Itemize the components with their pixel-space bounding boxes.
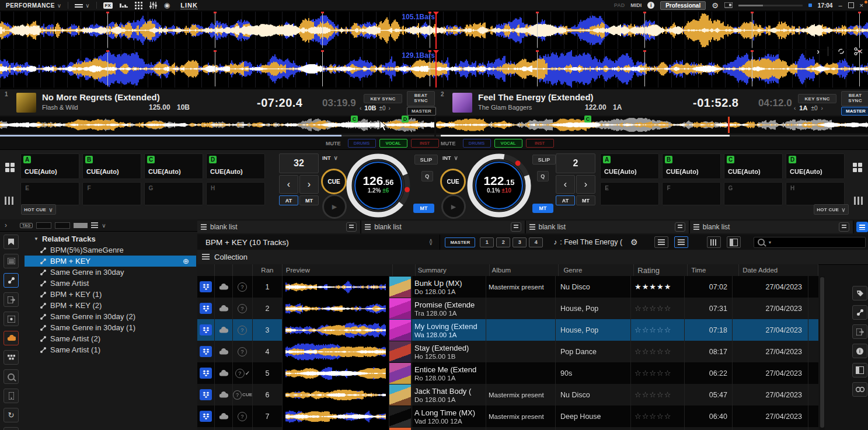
cloud-sync-icon[interactable]: [200, 346, 212, 357]
deck1-slip-button[interactable]: SLIP: [414, 155, 438, 165]
deck2-master-button[interactable]: MASTER: [841, 107, 868, 116]
cue-marker-c[interactable]: C: [351, 116, 358, 123]
col-ran[interactable]: Ran: [253, 264, 283, 276]
key-up-icon[interactable]: ›: [821, 105, 822, 111]
scissors-icon[interactable]: [854, 47, 863, 55]
track-row[interactable]: ? 2 Promise (Extende Tra 128.00 1A House…: [197, 298, 818, 319]
hot-cue-pad-b[interactable]: BCUE(Auto): [662, 153, 721, 179]
deck1-key-offset[interactable]: ±0: [379, 105, 386, 111]
track-row[interactable]: ?✓ 5 Entice Me (Extend Ro 128.00 1A 90s …: [197, 362, 818, 384]
col-cloud[interactable]: [215, 264, 233, 276]
related-panel-icon[interactable]: [852, 305, 867, 320]
playlists-icon[interactable]: [4, 235, 19, 249]
track-rating[interactable]: ☆☆☆☆☆: [631, 362, 685, 384]
stem-inst-button[interactable]: INST: [411, 139, 439, 148]
tree-item-same-artist[interactable]: Same Artist: [25, 278, 196, 289]
bridge-icon[interactable]: [4, 312, 19, 326]
deck2-jump-back-button[interactable]: ‹: [556, 175, 575, 194]
col-genre[interactable]: Genre: [559, 264, 634, 276]
tree-item-bpm-key[interactable]: BPM + KEY ⊕: [25, 256, 196, 267]
browser-panel-toggle[interactable]: [856, 222, 868, 232]
col-status[interactable]: [233, 264, 253, 276]
track-preview-waveform[interactable]: [285, 386, 386, 404]
track-rating[interactable]: ☆☆☆☆☆: [631, 405, 685, 427]
search-options-chevron-icon[interactable]: ▼: [768, 240, 772, 244]
column-view-icon[interactable]: [707, 236, 721, 248]
browser-master-button[interactable]: MASTER: [445, 237, 475, 247]
col-preview[interactable]: Preview: [283, 264, 393, 276]
deck1-hot-cue-selector[interactable]: HOT CUE∨: [21, 204, 56, 215]
col-rating[interactable]: Rating: [634, 264, 688, 276]
deck1-key-shift-value[interactable]: 10B: [364, 104, 376, 111]
deck1-at-button[interactable]: AT: [279, 195, 298, 205]
tag-icon[interactable]: [852, 286, 867, 300]
layout-chevron-icon[interactable]: ∨: [85, 2, 89, 9]
key-down-icon[interactable]: ‹: [360, 105, 361, 111]
cloud-sync-icon[interactable]: [200, 368, 212, 379]
sync-history-icon[interactable]: ↻: [4, 408, 19, 422]
track-rating[interactable]: ★★★★★: [631, 276, 685, 298]
deck2-jump-fwd-button[interactable]: ›: [576, 175, 595, 194]
tree-item-bpm-5-samegenre[interactable]: BPM(5%)SameGenre: [25, 244, 196, 256]
track-rating[interactable]: ☆☆☆☆☆: [631, 384, 685, 405]
track-row[interactable]: ?CUE 6 Jack That Body ( Do 128.00 1A Mas…: [197, 384, 818, 405]
midi-button[interactable]: MIDI: [630, 2, 642, 8]
settings-gear-icon[interactable]: ⚙: [712, 1, 719, 10]
deck1-int-selector[interactable]: INT∨: [322, 155, 338, 161]
deck1-quantize-button[interactable]: Q: [421, 171, 433, 181]
record-icon[interactable]: ◉: [164, 1, 170, 9]
pad-button[interactable]: PAD: [614, 2, 625, 8]
hot-cue-pad-c[interactable]: CCUE(Auto): [144, 153, 203, 179]
collection-list-icon[interactable]: [4, 254, 19, 268]
cloud-sync-icon[interactable]: [200, 303, 212, 314]
deck2-key-offset[interactable]: ±0: [811, 105, 817, 111]
export-playlist-icon[interactable]: [4, 292, 19, 307]
deck-load-button-4[interactable]: 4: [529, 237, 543, 247]
tree-item-same-genre-in-30day-1-[interactable]: Same Genre in 30day (1): [25, 322, 196, 333]
devices-icon[interactable]: [4, 350, 19, 365]
col-summary[interactable]: Summary: [416, 264, 490, 276]
search-box[interactable]: ▼: [754, 237, 866, 248]
pad-mode-grid-icon[interactable]: [853, 163, 862, 172]
deck1-beat-jump-value[interactable]: 32: [279, 153, 319, 173]
deck-load-button-1[interactable]: 1: [480, 237, 494, 247]
split-view-icon[interactable]: [727, 236, 741, 248]
deck2-key-sync-button[interactable]: KEY SYNC: [798, 94, 836, 103]
deck1-mt-button[interactable]: MT: [299, 195, 319, 205]
table-scrollbar[interactable]: [820, 276, 825, 430]
hot-cue-pad-c[interactable]: CCUE(Auto): [724, 153, 783, 179]
hot-cue-pad-a[interactable]: ACUE(Auto): [600, 153, 659, 179]
sampler-icon[interactable]: [120, 2, 128, 9]
track-rating[interactable]: [631, 427, 685, 430]
deck1-mt-toggle[interactable]: MT: [413, 204, 434, 213]
link-button[interactable]: LINK: [180, 2, 198, 9]
mobile-device-icon[interactable]: [4, 389, 19, 403]
deck2-beat-sync-button[interactable]: BEATSYNC: [841, 91, 868, 106]
filter-chip[interactable]: [55, 222, 70, 229]
track-row[interactable]: ?: [197, 427, 818, 430]
link-panel-icon[interactable]: [852, 382, 867, 397]
plan-badge[interactable]: Professional: [660, 1, 706, 10]
hot-cue-pad-g[interactable]: G: [144, 182, 203, 205]
track-preview-waveform[interactable]: [285, 343, 386, 361]
cloud-library-icon[interactable]: [4, 331, 19, 345]
deck2-jog-wheel[interactable]: 122.15 0.1% ±10: [466, 153, 532, 218]
hot-cue-pad-g[interactable]: G: [724, 182, 783, 205]
pad-mode-grid-icon[interactable]: [5, 163, 15, 172]
tab-menu-icon[interactable]: [839, 222, 849, 232]
cloud-sync-icon[interactable]: [200, 389, 212, 400]
add-playlist-icon[interactable]: ⊕: [183, 257, 189, 265]
deck1-key-sync-button[interactable]: KEY SYNC: [364, 94, 402, 103]
tab-menu-icon[interactable]: [675, 222, 685, 232]
tree-item-same-genre-in-30day[interactable]: Same Genre in 30day: [25, 267, 196, 278]
deck1-jump-fwd-button[interactable]: ›: [299, 175, 319, 194]
hot-cue-pad-h[interactable]: H: [206, 182, 265, 205]
info-icon[interactable]: i: [647, 2, 654, 9]
cloud-sync-icon[interactable]: [200, 281, 212, 292]
track-rating[interactable]: ☆☆☆☆☆: [631, 319, 685, 341]
detail-list-view-icon[interactable]: [674, 236, 688, 248]
expand-chevron-icon[interactable]: ›: [817, 47, 820, 56]
deck2-quantize-button[interactable]: Q: [537, 171, 549, 181]
filter-chip[interactable]: [36, 222, 51, 229]
mode-selector[interactable]: PERFORMANCE: [6, 2, 55, 9]
